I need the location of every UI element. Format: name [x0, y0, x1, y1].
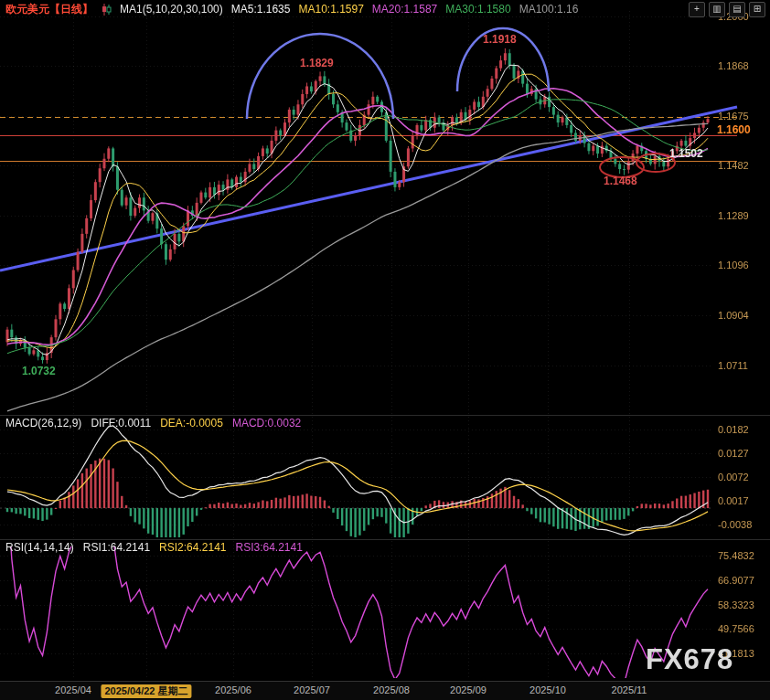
macd-axis-label: 0.0127: [718, 448, 749, 459]
rsi-axis-label: 58.3323: [718, 599, 754, 610]
time-axis-label: 2025/10: [529, 684, 566, 695]
time-axis-label: 2025/04: [55, 684, 91, 695]
rsi1-value: RSI1:64.2141: [83, 541, 150, 554]
macd-header: MACD(26,12,9) DIFF:0.0011 DEA:-0.0005 MA…: [5, 417, 301, 430]
macd-diff-value: DIFF:0.0011: [91, 417, 151, 430]
time-axis-label: 2025/06: [215, 684, 251, 695]
price-axis-label: 1.0711: [718, 360, 748, 371]
macd-hist-value: MACD:0.0032: [232, 417, 301, 430]
macd-title: MACD(26,12,9): [5, 417, 81, 430]
ma20-value: MA20:1.1587: [372, 3, 437, 16]
grid-chart-icon[interactable]: ▥: [709, 2, 725, 17]
expand-icon[interactable]: ⊞: [749, 2, 765, 17]
ma5-value: MA5:1.1635: [231, 3, 291, 16]
instrument-title[interactable]: 欧元美元【日线】: [5, 2, 93, 17]
chart-toolbar: + ▥ ▤ ⊞: [689, 2, 765, 17]
rsi-axis-label: 49.7566: [718, 623, 754, 634]
price-axis-label: 1.0904: [718, 310, 749, 321]
low-price-label: 1.0732: [22, 365, 56, 377]
time-axis-label: 2025/07: [294, 684, 330, 695]
time-axis-label: 2025/11: [612, 684, 647, 695]
rsi3-value: RSI3:64.2141: [236, 541, 303, 554]
selected-date-label: 2025/04/22 星期二: [101, 684, 191, 698]
bar-chart-icon[interactable]: ▤: [729, 2, 745, 17]
price-axis-label: 1.1289: [718, 210, 749, 221]
rsi-header: RSI(14,14,14) RSI1:64.2141 RSI2:64.2141 …: [5, 541, 303, 554]
price-axis-label: 1.1675: [718, 111, 749, 122]
rsi2-value: RSI2:64.2141: [159, 541, 226, 554]
watermark: FX678: [646, 643, 733, 676]
time-axis-label: 2025/09: [450, 684, 487, 695]
peak-price-label-1: 1.1829: [300, 57, 334, 69]
time-axis-label: 2025/08: [373, 684, 410, 695]
ma-settings-label[interactable]: MA1(5,10,20,30,100): [120, 3, 223, 16]
price-axis-label: 1.1868: [718, 60, 749, 71]
bottom-price-label: 1.1468: [604, 175, 637, 187]
support-price-label: 1.1502: [669, 147, 703, 160]
chart-header: 欧元美元【日线】 MA1(5,10,20,30,100) MA5:1.1635 …: [0, 0, 578, 18]
macd-axis-label: 0.0017: [718, 495, 749, 506]
crosshair-icon[interactable]: +: [689, 2, 705, 17]
ma100-value: MA100:1.16: [519, 3, 579, 16]
candlestick-icon: [102, 4, 112, 16]
macd-axis-label: -0.0038: [718, 519, 752, 530]
macd-dea-value: DEA:-0.0005: [160, 417, 223, 430]
ma10-value: MA10:1.1597: [298, 3, 363, 16]
time-axis[interactable]: 2025/04 2025/04/22 星期二 2025/06 2025/07 2…: [0, 681, 770, 700]
rsi-axis-label: 75.4832: [718, 550, 754, 561]
rsi-title: RSI(14,14,14): [5, 541, 74, 554]
peak-price-label-2: 1.1918: [483, 33, 517, 46]
ma30-value: MA30:1.1580: [445, 3, 510, 16]
price-axis-label: 1.1096: [718, 260, 749, 270]
macd-axis-label: 0.0072: [718, 472, 749, 483]
current-price-tag: 1.1600: [717, 123, 751, 136]
price-axis-label: 1.1482: [718, 160, 749, 171]
rsi-axis-label: 66.9077: [718, 575, 754, 586]
macd-axis-label: 0.0182: [718, 424, 749, 435]
chart-canvas[interactable]: [0, 0, 770, 700]
